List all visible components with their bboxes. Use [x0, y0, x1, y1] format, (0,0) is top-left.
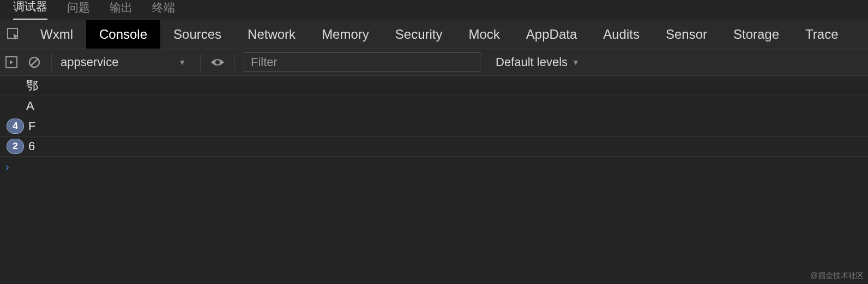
watermark: @掘金技术社区: [810, 271, 864, 281]
context-label: appservice: [61, 55, 118, 69]
svg-point-4: [215, 60, 220, 64]
top-tab-problems[interactable]: 问题: [67, 0, 90, 20]
inspect-element-icon[interactable]: [0, 27, 27, 42]
console-prompt[interactable]: ›: [0, 157, 868, 176]
tab-sources[interactable]: Sources: [160, 20, 234, 49]
repeat-count-badge: 4: [7, 119, 24, 134]
toggle-sidebar-icon[interactable]: [3, 54, 20, 70]
tab-wxml[interactable]: Wxml: [27, 20, 86, 49]
tab-security[interactable]: Security: [382, 20, 456, 49]
tab-appdata[interactable]: AppData: [513, 20, 590, 49]
log-text: 鄂: [26, 78, 38, 94]
prompt-chevron-icon: ›: [5, 161, 9, 173]
tab-audits[interactable]: Audits: [590, 20, 653, 49]
tab-mock[interactable]: Mock: [456, 20, 513, 49]
log-text: A: [26, 99, 34, 113]
repeat-count-badge: 2: [7, 139, 24, 154]
clear-console-icon[interactable]: [26, 54, 43, 70]
tab-memory[interactable]: Memory: [309, 20, 382, 49]
top-tab-terminal[interactable]: 终端: [152, 0, 175, 20]
panel-tabs: 调试器 问题 输出 终端: [0, 0, 868, 20]
log-text: F: [28, 119, 35, 133]
top-tab-debugger[interactable]: 调试器: [13, 0, 47, 20]
log-row[interactable]: 2 6: [0, 137, 868, 157]
log-row[interactable]: A: [0, 96, 868, 116]
log-row[interactable]: 鄂: [0, 76, 868, 96]
tab-console[interactable]: Console: [86, 20, 160, 49]
console-toolbar: appservice ▼ Default levels ▼: [0, 49, 868, 76]
devtools-tabs: Wxml Console Sources Network Memory Secu…: [0, 20, 868, 49]
top-tab-output[interactable]: 输出: [110, 0, 132, 20]
levels-label: Default levels: [496, 55, 568, 69]
tab-storage[interactable]: Storage: [720, 20, 792, 49]
chevron-down-icon: ▼: [178, 58, 186, 67]
filter-input[interactable]: [244, 52, 480, 72]
tab-trace[interactable]: Trace: [792, 20, 851, 49]
toolbar-divider: [51, 54, 52, 70]
log-text: 6: [28, 139, 35, 153]
console-log-area: 鄂 A 4 F 2 6 ›: [0, 76, 868, 176]
log-row[interactable]: 4 F: [0, 116, 868, 137]
log-levels-selector[interactable]: Default levels ▼: [487, 55, 580, 69]
eye-icon[interactable]: [209, 54, 226, 70]
tab-network[interactable]: Network: [234, 20, 309, 49]
tab-sensor[interactable]: Sensor: [653, 20, 720, 49]
context-selector[interactable]: appservice ▼: [61, 55, 191, 69]
toolbar-divider: [200, 54, 201, 70]
toolbar-divider: [234, 54, 235, 70]
chevron-down-icon: ▼: [572, 58, 580, 67]
svg-line-3: [31, 59, 38, 66]
